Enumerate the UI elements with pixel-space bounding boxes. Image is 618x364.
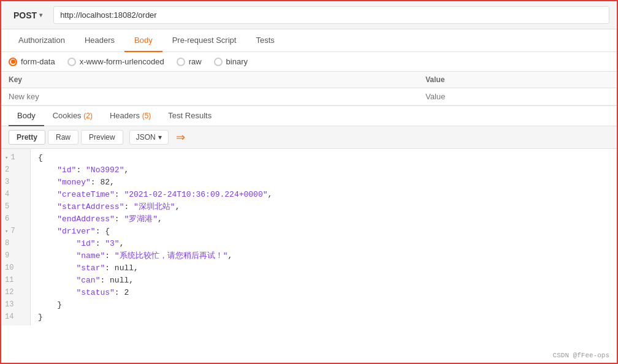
radio-label-urlencoded: x-www-form-urlencoded [80, 57, 164, 66]
code-content: ▾123456▾7891011121314 { "id": "No3992", … [1, 149, 617, 325]
code-line: "name": "系统比较忙，请您稍后再试！", [38, 249, 609, 262]
wrap-icon[interactable]: ⇒ [176, 131, 185, 144]
radio-circle-binary [214, 58, 223, 66]
resp-tab-body[interactable]: Body [9, 106, 44, 126]
code-token [38, 251, 76, 260]
response-tabs: Body Cookies (2) Headers (5) Test Result… [1, 106, 617, 126]
code-token: : [96, 239, 105, 248]
code-token: "name" [76, 251, 105, 260]
code-token: 2 [124, 288, 129, 297]
code-line: "status": 2 [38, 286, 609, 298]
code-token: : [76, 165, 86, 175]
kv-col-key-header: Key [9, 75, 425, 84]
tab-tests[interactable]: Tests [246, 29, 284, 52]
code-toolbar: Pretty Raw Preview JSON ▾ ⇒ [1, 126, 617, 149]
code-token: "money" [57, 178, 91, 187]
chevron-down-icon: ▾ [39, 12, 42, 18]
code-line: "can": null, [38, 274, 609, 286]
line-number: 9 [1, 249, 30, 262]
code-token: : [91, 178, 101, 187]
code-token: "startAddress" [57, 202, 124, 211]
code-token [38, 239, 76, 248]
kv-new-row [1, 88, 617, 105]
line-number: ▾1 [1, 151, 30, 164]
code-token: : [115, 214, 124, 224]
pretty-button[interactable]: Pretty [9, 130, 45, 145]
kv-new-value-cell [425, 92, 609, 101]
line-number: 4 [1, 188, 30, 200]
code-token: "star" [76, 264, 105, 273]
code-line: "star": null, [38, 262, 609, 274]
line-number: 3 [1, 176, 30, 188]
format-select[interactable]: JSON ▾ [129, 130, 169, 145]
response-section: Body Cookies (2) Headers (5) Test Result… [1, 106, 617, 363]
kv-new-key-cell [9, 92, 425, 101]
top-bar: POST ▾ [1, 1, 617, 29]
radio-label-raw: raw [189, 57, 202, 66]
format-label: JSON [136, 133, 156, 142]
line-number: 5 [1, 200, 30, 213]
code-token [38, 178, 57, 187]
code-token: "系统比较忙，请您稍后再试！" [115, 250, 228, 261]
code-token [38, 214, 57, 224]
code-token: , [110, 178, 115, 187]
code-token: "罗湖港" [124, 213, 158, 224]
code-token: , [158, 214, 162, 224]
code-token [38, 202, 57, 211]
code-token: "3" [105, 239, 119, 248]
line-number: 14 [1, 311, 30, 323]
code-token: } [38, 313, 43, 322]
resp-tab-cookies[interactable]: Cookies (2) [44, 106, 101, 126]
kv-new-key-input[interactable] [9, 92, 425, 101]
code-token: , [120, 239, 124, 248]
code-line: "id": "No3992", [38, 164, 609, 176]
radio-circle-form-data [9, 58, 17, 66]
kv-new-value-input[interactable] [425, 92, 609, 101]
code-token: "id" [76, 239, 95, 248]
line-number: 2 [1, 164, 30, 176]
code-token: "id" [57, 165, 76, 175]
code-token: , [268, 190, 273, 199]
radio-urlencoded[interactable]: x-www-form-urlencoded [67, 57, 164, 66]
code-token: : [105, 264, 115, 273]
code-token: : [115, 288, 124, 297]
code-token [38, 190, 57, 199]
tab-headers[interactable]: Headers [75, 29, 124, 52]
code-line: } [38, 311, 609, 323]
code-line: } [38, 298, 609, 311]
code-token: null [115, 264, 134, 273]
body-type-row: form-data x-www-form-urlencoded raw bina… [1, 52, 617, 72]
method-selector[interactable]: POST ▾ [9, 8, 47, 23]
tab-body[interactable]: Body [124, 29, 162, 52]
line-numbers: ▾123456▾7891011121314 [1, 149, 31, 325]
format-chevron-icon: ▾ [158, 133, 162, 142]
code-token: , [227, 251, 232, 260]
code-token [38, 264, 76, 273]
radio-binary[interactable]: binary [214, 57, 248, 66]
line-number: 12 [1, 286, 30, 298]
radio-raw[interactable]: raw [177, 57, 202, 66]
code-token: , [129, 276, 134, 285]
raw-button[interactable]: Raw [48, 130, 78, 145]
tab-pre-request[interactable]: Pre-request Script [162, 29, 246, 52]
kv-header: Key Value [1, 72, 617, 88]
cookies-badge: (2) [83, 112, 93, 120]
radio-label-binary: binary [226, 57, 248, 66]
code-token: "No3992" [86, 165, 124, 175]
code-token: "2021-02-24T10:36:09.224+0000" [124, 190, 267, 199]
resp-tab-test-results[interactable]: Test Results [159, 106, 220, 126]
code-token: : [100, 276, 110, 285]
code-line: "startAddress": "深圳北站", [38, 200, 609, 213]
code-token [38, 276, 76, 285]
url-input[interactable] [53, 6, 609, 24]
radio-form-data[interactable]: form-data [9, 57, 55, 66]
resp-tab-headers[interactable]: Headers (5) [101, 106, 159, 126]
code-token: , [124, 165, 129, 175]
code-line: "driver": { [38, 225, 609, 237]
code-token: { [38, 153, 43, 162]
preview-button[interactable]: Preview [81, 130, 123, 145]
radio-label-form-data: form-data [21, 57, 55, 66]
kv-table: Key Value [1, 72, 617, 106]
line-number: ▾7 [1, 225, 30, 237]
tab-authorization[interactable]: Authorization [9, 29, 75, 52]
